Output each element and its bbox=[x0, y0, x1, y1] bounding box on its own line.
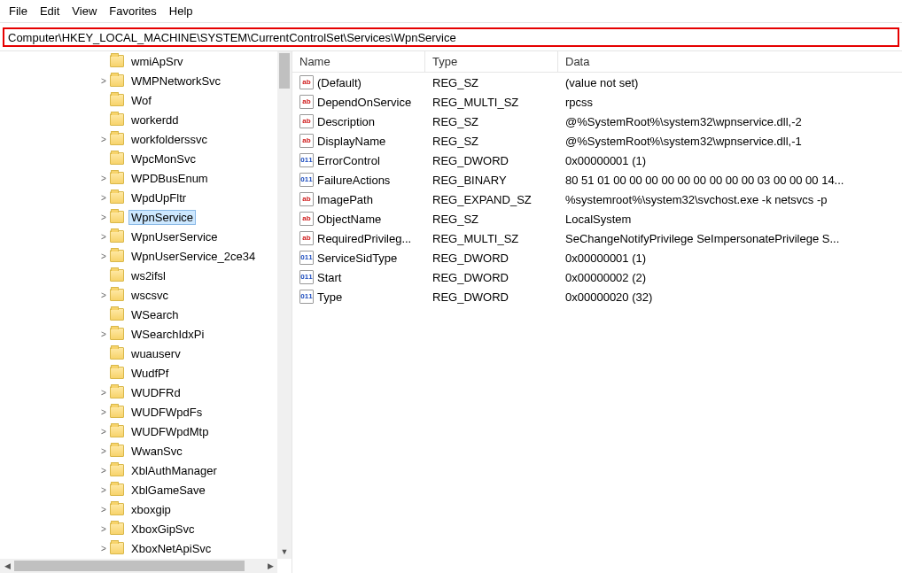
tree-item[interactable]: >WMPNetworkSvc bbox=[0, 71, 277, 90]
tree-item-label: WPDBusEnum bbox=[129, 172, 210, 185]
tree-item[interactable]: >wscsvc bbox=[0, 285, 277, 305]
menu-favorites[interactable]: Favorites bbox=[109, 4, 156, 18]
expand-icon[interactable]: > bbox=[97, 505, 110, 514]
tree-item[interactable]: workerdd bbox=[0, 110, 277, 129]
expand-icon[interactable]: > bbox=[97, 251, 110, 261]
value-row[interactable]: abRequiredPrivileg...REG_MULTI_SZSeChang… bbox=[292, 228, 902, 248]
menu-view[interactable]: View bbox=[72, 4, 97, 18]
tree-horizontal-scrollbar[interactable]: ◀ ▶ bbox=[0, 559, 277, 573]
menu-file[interactable]: File bbox=[9, 4, 27, 18]
folder-icon bbox=[110, 328, 124, 340]
expand-icon[interactable]: > bbox=[97, 174, 110, 183]
binary-value-icon: 011 bbox=[299, 173, 314, 187]
tree-item[interactable]: wmiApSrv bbox=[0, 51, 277, 71]
tree-item[interactable]: >WpnService bbox=[0, 207, 277, 227]
tree-list[interactable]: wmiApSrv>WMPNetworkSvcWofworkerdd>workfo… bbox=[0, 51, 277, 559]
scroll-left-icon[interactable]: ◀ bbox=[0, 559, 14, 573]
tree-item-label: WpnUserService_2ce34 bbox=[129, 250, 257, 263]
string-value-icon: ab bbox=[299, 212, 314, 226]
expand-icon[interactable]: > bbox=[97, 232, 110, 242]
expand-icon[interactable]: > bbox=[97, 524, 110, 534]
tree-item[interactable]: >XboxNetApiSvc bbox=[0, 538, 277, 558]
value-data: 0x00000002 (2) bbox=[558, 271, 902, 284]
value-row[interactable]: abDependOnServiceREG_MULTI_SZrpcss bbox=[292, 92, 902, 112]
tree-item-label: XblAuthManager bbox=[129, 464, 219, 477]
value-row[interactable]: abDescriptionREG_SZ@%SystemRoot%\system3… bbox=[292, 112, 902, 131]
expand-icon[interactable]: > bbox=[97, 388, 110, 398]
column-header-name[interactable]: Name bbox=[292, 51, 425, 72]
scroll-down-icon[interactable]: ▼ bbox=[277, 545, 292, 559]
tree-item[interactable]: >workfolderssvc bbox=[0, 129, 277, 149]
value-name-cell: abDisplayName bbox=[292, 134, 425, 148]
value-row[interactable]: abObjectNameREG_SZLocalSystem bbox=[292, 209, 902, 228]
tree-item[interactable]: WSearch bbox=[0, 305, 277, 324]
tree-item[interactable]: >XblGameSave bbox=[0, 480, 277, 499]
tree-item-label: WudfPf bbox=[129, 367, 170, 380]
tree-item-label: wscsvc bbox=[129, 289, 170, 302]
binary-value-icon: 011 bbox=[299, 251, 314, 265]
scroll-thumb[interactable] bbox=[14, 561, 245, 571]
tree-item[interactable]: WudfPf bbox=[0, 363, 277, 383]
value-row[interactable]: abDisplayNameREG_SZ@%SystemRoot%\system3… bbox=[292, 131, 902, 151]
expand-icon[interactable]: > bbox=[97, 290, 110, 300]
string-value-icon: ab bbox=[299, 134, 314, 148]
expand-icon[interactable]: > bbox=[97, 213, 110, 222]
address-bar[interactable]: Computer\HKEY_LOCAL_MACHINE\SYSTEM\Curre… bbox=[3, 27, 899, 47]
tree-item[interactable]: >WpdUpFltr bbox=[0, 188, 277, 207]
folder-icon bbox=[110, 386, 124, 398]
value-row[interactable]: ab(Default)REG_SZ(value not set) bbox=[292, 73, 902, 92]
expand-icon[interactable]: > bbox=[97, 407, 110, 417]
tree-item[interactable]: wuauserv bbox=[0, 344, 277, 363]
tree-item-label: XblGameSave bbox=[129, 484, 207, 497]
tree-vertical-scrollbar[interactable]: ▲ ▼ bbox=[277, 51, 292, 559]
tree-item[interactable]: >WUDFRd bbox=[0, 383, 277, 402]
tree-item[interactable]: WpcMonSvc bbox=[0, 149, 277, 168]
tree-item[interactable]: >WwanSvc bbox=[0, 441, 277, 460]
folder-icon bbox=[110, 367, 124, 379]
tree-item[interactable]: >WUDFWpdFs bbox=[0, 402, 277, 422]
scroll-thumb[interactable] bbox=[279, 53, 290, 89]
value-row[interactable]: abImagePathREG_EXPAND_SZ%systemroot%\sys… bbox=[292, 190, 902, 209]
folder-icon bbox=[110, 425, 124, 437]
value-data: rpcss bbox=[558, 96, 902, 109]
tree-item-label: WpnUserService bbox=[129, 230, 220, 244]
tree-item[interactable]: >WSearchIdxPi bbox=[0, 324, 277, 344]
tree-item[interactable]: >WUDFWpdMtp bbox=[0, 422, 277, 441]
value-row[interactable]: 011TypeREG_DWORD0x00000020 (32) bbox=[292, 287, 902, 306]
scroll-right-icon[interactable]: ▶ bbox=[263, 559, 277, 573]
value-row[interactable]: 011FailureActionsREG_BINARY80 51 01 00 0… bbox=[292, 170, 902, 190]
expand-icon[interactable]: > bbox=[97, 446, 110, 456]
menu-edit[interactable]: Edit bbox=[40, 4, 59, 18]
expand-icon[interactable]: > bbox=[97, 329, 110, 339]
value-data: %systemroot%\system32\svchost.exe -k net… bbox=[558, 193, 902, 206]
tree-item-label: WpcMonSvc bbox=[129, 152, 198, 166]
expand-icon[interactable]: > bbox=[97, 135, 110, 144]
value-type: REG_SZ bbox=[425, 76, 558, 89]
expand-icon[interactable]: > bbox=[97, 193, 110, 203]
column-header-data[interactable]: Data bbox=[558, 51, 902, 72]
tree-item[interactable]: >XboxGipSvc bbox=[0, 519, 277, 538]
value-row[interactable]: 011ServiceSidTypeREG_DWORD0x00000001 (1) bbox=[292, 248, 902, 267]
tree-item[interactable]: ws2ifsl bbox=[0, 266, 277, 285]
value-name-cell: abDependOnService bbox=[292, 95, 425, 109]
column-header-type[interactable]: Type bbox=[425, 51, 558, 72]
tree-item[interactable]: >xboxgip bbox=[0, 499, 277, 519]
expand-icon[interactable]: > bbox=[97, 485, 110, 495]
tree-item[interactable]: >WpnUserService_2ce34 bbox=[0, 246, 277, 266]
expand-icon[interactable]: > bbox=[97, 466, 110, 476]
tree-item[interactable]: >XblAuthManager bbox=[0, 460, 277, 480]
expand-icon[interactable]: > bbox=[97, 427, 110, 437]
tree-item[interactable]: Wof bbox=[0, 90, 277, 110]
value-row[interactable]: 011ErrorControlREG_DWORD0x00000001 (1) bbox=[292, 151, 902, 170]
value-type: REG_SZ bbox=[425, 115, 558, 128]
expand-icon[interactable]: > bbox=[97, 544, 110, 553]
values-list[interactable]: ab(Default)REG_SZ(value not set)abDepend… bbox=[292, 73, 902, 306]
tree-item[interactable]: >WPDBusEnum bbox=[0, 168, 277, 188]
tree-item-label: WUDFWpdFs bbox=[129, 406, 204, 419]
string-value-icon: ab bbox=[299, 231, 314, 245]
menu-help[interactable]: Help bbox=[169, 4, 193, 18]
value-data: 80 51 01 00 00 00 00 00 00 00 00 00 03 0… bbox=[558, 174, 902, 187]
value-row[interactable]: 011StartREG_DWORD0x00000002 (2) bbox=[292, 267, 902, 287]
tree-item[interactable]: >WpnUserService bbox=[0, 227, 277, 246]
expand-icon[interactable]: > bbox=[97, 76, 110, 86]
